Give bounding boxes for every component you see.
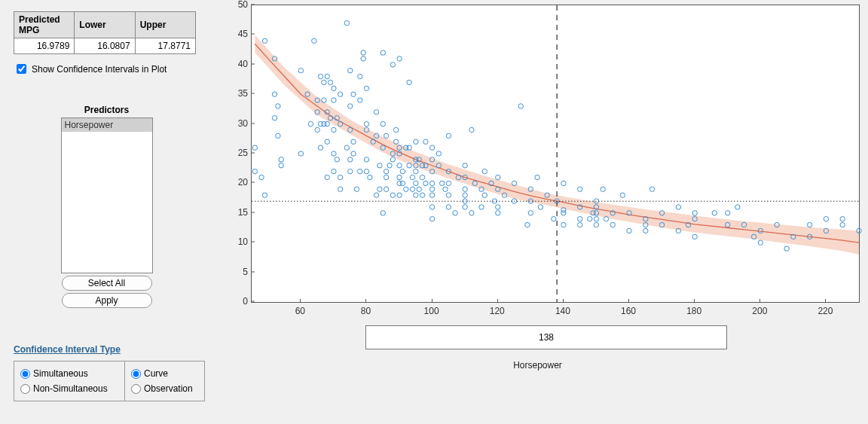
y-tick-label: 0 [230,296,248,307]
svg-point-4 [262,38,267,43]
show-ci-checkbox-input[interactable] [17,64,26,74]
col-header-upper: Upper [135,12,195,38]
ci-type-link[interactable]: Confidence Interval Type [14,344,121,355]
svg-point-73 [381,50,385,55]
svg-point-57 [358,98,362,102]
svg-point-192 [643,228,648,233]
svg-point-122 [429,216,434,221]
svg-point-85 [393,127,398,132]
svg-point-186 [610,222,615,227]
y-tick-label: 50 [230,0,248,10]
svg-point-113 [420,175,424,179]
svg-point-58 [361,56,365,61]
svg-point-5 [272,92,277,96]
svg-point-10 [279,157,283,162]
svg-point-70 [377,163,382,168]
svg-point-213 [807,222,811,227]
svg-point-123 [429,205,434,209]
svg-point-22 [318,145,322,150]
svg-point-3 [262,193,267,197]
svg-point-178 [594,222,598,227]
svg-point-93 [397,163,402,168]
radio-non-simultaneous[interactable]: Non-Simultaneous [20,381,118,396]
svg-point-67 [374,110,378,114]
svg-point-134 [453,211,457,215]
svg-point-61 [364,121,368,126]
svg-point-9 [276,104,280,108]
predictors-item-horsepower[interactable]: Horsepower [62,118,152,132]
svg-point-115 [423,181,428,185]
svg-point-60 [364,169,368,173]
svg-point-215 [824,216,828,221]
x-tick-label: 220 [818,306,833,316]
x-tick-label: 140 [555,306,570,316]
svg-point-59 [361,50,365,55]
svg-point-153 [496,175,500,179]
svg-point-106 [414,169,418,173]
svg-point-147 [482,193,487,197]
svg-point-97 [404,187,408,191]
axes[interactable] [251,5,860,303]
svg-point-47 [348,169,353,173]
svg-point-109 [417,187,421,191]
svg-point-170 [561,222,566,227]
predictors-title: Predictors [28,105,186,115]
col-header-predicted: Predicted MPG [14,12,75,38]
svg-point-88 [397,193,402,197]
predictors-listbox[interactable]: Horsepower [61,117,153,273]
svg-point-13 [298,68,303,72]
svg-point-41 [338,175,342,179]
svg-point-211 [784,246,789,251]
cell-lower: 16.0807 [75,38,135,54]
show-ci-label: Show Confidence Intervals in Plot [32,64,167,75]
svg-point-139 [463,163,467,168]
chart: 05101520253035404550 6080100120140160180… [228,5,860,318]
svg-point-197 [676,205,680,209]
apply-button[interactable]: Apply [62,293,152,308]
show-ci-checkbox[interactable]: Show Confidence Intervals in Plot [14,62,200,76]
svg-point-35 [332,127,336,132]
svg-point-44 [344,145,349,150]
y-tick-label: 10 [230,236,248,247]
radio-observation[interactable]: Observation [131,381,193,396]
svg-point-75 [381,211,385,215]
svg-point-146 [479,205,484,209]
radio-curve[interactable]: Curve [131,366,193,381]
svg-point-121 [429,193,434,197]
svg-point-52 [351,92,356,96]
svg-point-142 [469,211,474,215]
svg-point-140 [463,193,467,197]
svg-point-131 [446,133,451,138]
prediction-table: Predicted MPG Lower Upper 16.9789 16.080… [14,11,196,54]
svg-point-169 [561,181,566,185]
cell-upper: 17.8771 [135,38,195,54]
y-tick-label: 5 [230,267,248,277]
svg-point-71 [377,187,382,191]
svg-point-27 [325,74,329,78]
svg-point-172 [577,222,582,227]
svg-point-42 [338,92,342,96]
y-tick-label: 30 [230,118,248,129]
y-tick-label: 40 [230,59,248,69]
svg-point-37 [332,98,336,102]
ci-type-box: Simultaneous Non-Simultaneous Curve Obse… [14,361,205,401]
svg-point-51 [351,151,356,156]
svg-point-132 [446,181,451,185]
svg-point-176 [588,216,592,221]
svg-point-89 [397,56,402,61]
svg-point-124 [429,145,434,150]
cell-predicted: 16.9789 [14,38,75,54]
x-tick-label: 160 [621,306,636,316]
select-all-button[interactable]: Select All [62,276,152,291]
y-tick-label: 25 [230,148,248,158]
col-header-lower: Lower [75,12,135,38]
svg-point-82 [390,193,395,197]
svg-point-202 [712,211,717,215]
svg-point-105 [414,181,418,185]
radio-simultaneous[interactable]: Simultaneous [20,366,118,381]
svg-point-188 [627,228,631,233]
svg-point-63 [364,157,368,162]
svg-point-133 [446,205,451,209]
svg-point-64 [364,86,368,90]
slider-value-box[interactable]: 138 [365,325,727,349]
